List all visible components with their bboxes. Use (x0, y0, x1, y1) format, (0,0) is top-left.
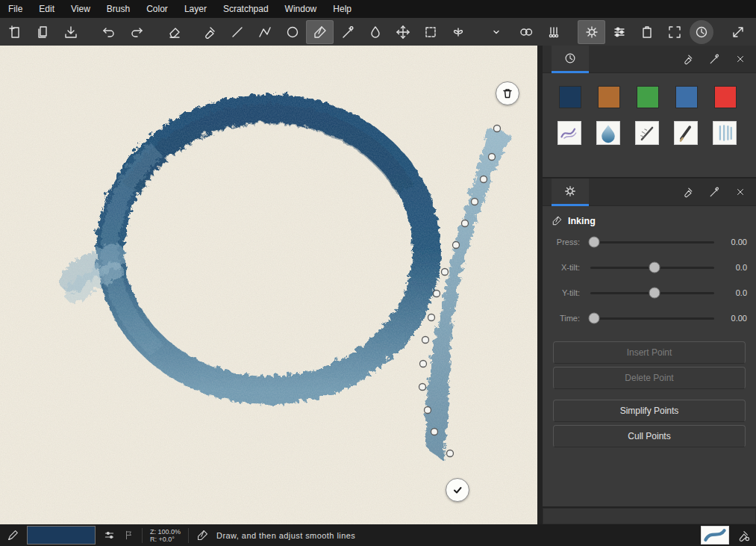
recent-brushes (543, 108, 756, 145)
undo-button[interactable] (95, 20, 122, 44)
rect-select-icon (423, 25, 438, 40)
open-file-button[interactable] (29, 20, 57, 44)
panel-actions (678, 49, 756, 69)
freehand-brush-button[interactable] (196, 20, 223, 44)
press-slider[interactable] (590, 241, 714, 243)
color-swatch[interactable] (637, 86, 659, 108)
close-icon (735, 187, 746, 197)
fullscreen-button[interactable] (660, 20, 688, 44)
slider-handle[interactable] (588, 313, 599, 324)
brush-preset-pencil[interactable] (674, 121, 698, 145)
save-file-button[interactable] (57, 20, 84, 44)
tool-dropdown-button[interactable] (488, 20, 504, 44)
eraser-button[interactable] (160, 20, 188, 44)
brush-settings-button[interactable] (578, 20, 605, 44)
brush-adjustments-button[interactable] (605, 20, 633, 44)
line-icon (230, 25, 245, 40)
color-swatch[interactable] (598, 86, 620, 108)
cull-points-button[interactable]: Cull Points (553, 425, 746, 447)
redo-button[interactable] (122, 20, 150, 44)
panel-brush-button[interactable] (678, 49, 698, 69)
slider-handle[interactable] (649, 288, 660, 299)
slider-handle[interactable] (588, 237, 599, 248)
simplify-points-button[interactable]: Simplify Points (553, 400, 746, 422)
clipboard-icon (640, 25, 655, 40)
inking-pen-icon (552, 215, 563, 226)
brush-groups-button[interactable] (540, 20, 567, 44)
zoom-rotation-readout: Z: 100.0% R: +0.0° (150, 528, 181, 543)
butterfly-icon (451, 25, 466, 40)
color-swatch[interactable] (714, 86, 737, 108)
stroke-node (428, 314, 435, 321)
inking-panel-title: Inking (568, 216, 596, 226)
collapsed-panel[interactable] (543, 508, 756, 524)
expand-arrows-icon (731, 25, 746, 40)
menu-color[interactable]: Color (138, 0, 176, 18)
brush-preset-scribble[interactable] (557, 121, 581, 145)
ellipse-tool-button[interactable] (278, 20, 306, 44)
inking-tool-button[interactable] (306, 20, 334, 44)
chalk-strokes-icon (714, 122, 735, 143)
delete-point-button[interactable]: Delete Point (553, 367, 746, 389)
panel-pick-button[interactable] (705, 182, 724, 202)
brush-adjustments-icon[interactable] (103, 529, 116, 542)
xtilt-slider[interactable] (590, 267, 714, 269)
tab-tool-options[interactable] (552, 179, 589, 206)
stroke-node (462, 220, 469, 227)
time-slider[interactable] (590, 317, 714, 320)
panel-close-button[interactable] (731, 182, 750, 202)
panel-brush-button[interactable] (678, 182, 698, 202)
menu-file[interactable]: File (0, 0, 31, 18)
tab-history[interactable] (552, 46, 589, 73)
color-swatch[interactable] (675, 86, 698, 108)
stroke-node (481, 176, 487, 183)
history-panel-button[interactable] (690, 20, 713, 44)
inking-pen-icon (313, 25, 328, 40)
stroke-node (442, 269, 449, 276)
history-icon (694, 25, 709, 40)
paintbrush-icon (682, 186, 694, 198)
color-swatch[interactable] (559, 86, 581, 108)
accept-stroke-button[interactable] (446, 478, 469, 502)
panel-close-button[interactable] (731, 49, 750, 69)
menu-help[interactable]: Help (325, 0, 360, 18)
menu-edit[interactable]: Edit (31, 0, 63, 18)
flag-icon[interactable] (123, 530, 134, 541)
pick-color-button[interactable] (334, 20, 361, 44)
menu-scratchpad[interactable]: Scratchpad (215, 0, 277, 18)
ellipse-icon (285, 25, 300, 40)
symmetry-button[interactable] (444, 20, 472, 44)
brush-settings-icon[interactable] (737, 529, 750, 542)
slider-label: Y-tilt: (552, 288, 584, 297)
brush-preset-wash[interactable] (596, 121, 620, 145)
stroke-node (420, 361, 427, 367)
rect-select-button[interactable] (416, 20, 444, 44)
menu-view[interactable]: View (63, 0, 99, 18)
connected-lines-button[interactable] (251, 20, 278, 44)
menu-layer[interactable]: Layer (176, 0, 215, 18)
menu-window[interactable]: Window (277, 0, 325, 18)
sketch-pencil-icon (637, 122, 657, 143)
expand-view-button[interactable] (724, 20, 752, 44)
current-color-swatch[interactable] (27, 526, 96, 545)
line-tool-button[interactable] (223, 20, 251, 44)
insert-point-button[interactable]: Insert Point (553, 341, 746, 364)
discard-stroke-button[interactable] (496, 81, 519, 105)
canvas[interactable] (0, 46, 537, 524)
scribble-brush-icon (559, 122, 580, 143)
panel-pick-button[interactable] (705, 49, 724, 69)
inking-pen-icon (196, 529, 209, 542)
wet-wash-icon (598, 122, 619, 143)
scratchpad-button[interactable] (633, 20, 660, 44)
brush-preview-thumbnail[interactable] (701, 526, 729, 545)
brush-preset-sketch-pencil[interactable] (635, 121, 659, 145)
ytilt-slider[interactable] (590, 292, 714, 294)
move-view-button[interactable] (389, 20, 416, 44)
slider-handle[interactable] (649, 262, 660, 273)
brush-preset-chalk[interactable] (713, 121, 737, 145)
flood-fill-button[interactable] (361, 20, 389, 44)
paintbrush-icon (682, 53, 694, 65)
new-file-button[interactable] (1, 20, 29, 44)
color-sampler-button[interactable] (512, 20, 540, 44)
menu-brush[interactable]: Brush (99, 0, 138, 18)
